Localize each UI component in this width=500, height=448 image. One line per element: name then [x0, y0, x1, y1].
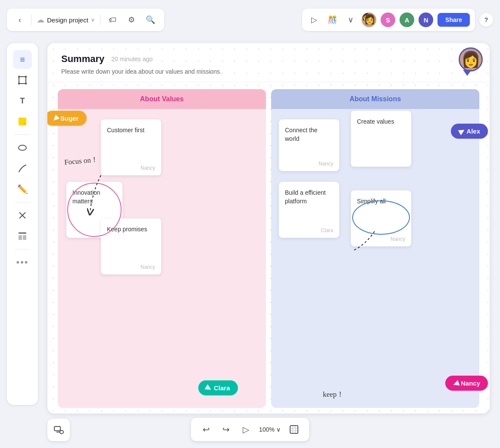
column-missions: About Missions Connect the world Nancy C… [271, 89, 479, 408]
board: About Values Customer first Nancy Innova… [58, 89, 479, 408]
dashed-arrow-svg [58, 89, 266, 408]
search-button[interactable]: 🔍 [144, 13, 157, 27]
text-tool[interactable]: T [13, 91, 32, 110]
cursor-clara: ▶ Clara [198, 380, 238, 395]
handwritten-focus-on: Focus on！ [64, 155, 99, 168]
template-tool[interactable] [13, 227, 32, 246]
svg-rect-1 [18, 76, 20, 78]
avatar-a[interactable]: A [400, 12, 414, 27]
redo-button[interactable]: ↪ [218, 421, 234, 438]
zoom-chevron: ∨ [276, 426, 281, 433]
note-create-values[interactable]: Create values [351, 111, 411, 167]
bottom-left-icon[interactable] [47, 419, 70, 441]
note-innovation-text: Innovation matters [72, 189, 116, 205]
zoom-label: 100% [259, 426, 275, 433]
cursor-alex: ▶ Alex [451, 124, 488, 139]
divider [31, 15, 31, 25]
top-toolbar: ‹ ☁ Design project ∨ 🏷 ⚙ 🔍 ▷ 🎊 ∨ 👩 S A N… [7, 7, 493, 33]
canvas-title: Summary [61, 53, 104, 65]
bubble-tail [463, 70, 472, 76]
column-values: About Values Customer first Nancy Innova… [58, 89, 266, 408]
help-button[interactable]: ? [479, 13, 493, 27]
canvas-header: Summary 20 minutes ago Please write down… [47, 43, 490, 82]
col-missions-header: About Missions [271, 89, 479, 109]
note-build-author: Clara [285, 227, 333, 233]
play-button[interactable]: ▷ [307, 13, 321, 27]
note-customer-first-text: Customer first [107, 126, 155, 135]
note-connect-author: Nancy [285, 161, 333, 167]
more-button[interactable]: ∨ [344, 13, 357, 27]
svg-rect-2 [25, 76, 27, 78]
sidebar-divider-2 [15, 202, 30, 202]
undo-button[interactable]: ↩ [198, 421, 214, 438]
svg-rect-15 [290, 426, 298, 433]
more-tools[interactable]: ••• [13, 253, 32, 272]
col-values-header: About Values [58, 89, 266, 109]
settings-button[interactable]: ⚙ [125, 13, 138, 27]
avatar-n[interactable]: N [419, 12, 433, 27]
user-bubble: 👩 [459, 47, 483, 72]
tag-button[interactable]: 🏷 [106, 13, 119, 27]
connector-tool[interactable] [13, 206, 32, 225]
sidebar-divider-1 [15, 134, 30, 135]
shape-tool[interactable] [13, 138, 32, 157]
cursor-clara-label: Clara [214, 384, 230, 392]
toolbar-right-group: ▷ 🎊 ∨ 👩 S A N Share ? [302, 9, 493, 31]
note-connect-world[interactable]: Connect the world Nancy [279, 119, 339, 171]
project-name-button[interactable]: ☁ Design project ∨ [37, 15, 95, 25]
pencil-tool[interactable]: ✏️ [13, 180, 32, 199]
note-keep-author: Nancy [107, 264, 155, 270]
main-canvas: 👩 Summary 20 minutes ago Please write do… [47, 43, 490, 414]
cloud-icon: ☁ [37, 15, 44, 25]
note-keep-promises[interactable]: Keep promises Nancy [101, 218, 161, 274]
cursor-alex-arrow: ▶ [457, 126, 466, 136]
svg-point-13 [60, 430, 63, 434]
note-customer-first[interactable]: Customer first Nancy [101, 119, 161, 175]
divider2 [100, 15, 100, 25]
svg-point-6 [19, 145, 26, 150]
canvas-title-row: Summary 20 minutes ago [61, 53, 476, 65]
note-build-text: Build a efficient platform [285, 189, 333, 205]
chevron-down-icon: ∨ [91, 17, 95, 23]
cursor-nancy-arrow: ▶ [452, 379, 459, 388]
cursor-mode-button[interactable]: ▷ [237, 421, 254, 438]
svg-rect-5 [19, 118, 26, 125]
user-avatar-bubble: 👩 [459, 47, 483, 72]
back-button[interactable]: ‹ [14, 14, 26, 26]
avatar-user[interactable]: 👩 [362, 12, 376, 27]
celebrate-button[interactable]: 🎊 [325, 13, 339, 27]
avatar-s[interactable]: S [381, 12, 395, 27]
project-name-label: Design project [47, 16, 88, 24]
cursor-suger-arrow: ▶ [50, 114, 60, 123]
sticky-tool[interactable] [13, 112, 32, 131]
toolbar-left-group: ‹ ☁ Design project ∨ 🏷 ⚙ 🔍 [7, 9, 164, 31]
canvas-content: 👩 Summary 20 minutes ago Please write do… [47, 43, 490, 414]
select-tool[interactable]: ≡ [13, 50, 32, 69]
note-simplify-author: Nancy [357, 236, 405, 242]
left-sidebar: ≡ T ✏️ ••• [7, 43, 38, 405]
sidebar-divider-3 [15, 249, 30, 249]
note-simplify-text: Simplify all [357, 197, 405, 206]
frame-tool[interactable] [13, 71, 32, 90]
svg-rect-0 [19, 77, 26, 84]
note-create-text: Create values [357, 118, 405, 126]
pen-tool[interactable] [13, 159, 32, 178]
svg-rect-3 [18, 83, 20, 84]
svg-rect-12 [54, 426, 60, 431]
collaboration-group: ▷ 🎊 ∨ 👩 S A N Share [302, 9, 475, 31]
note-build-platform[interactable]: Build a efficient platform Clara [279, 182, 339, 238]
cursor-nancy: ▶ Nancy [445, 376, 488, 391]
note-connect-text: Connect the world [285, 126, 333, 143]
cursor-suger-label: Suger [60, 115, 79, 122]
zoom-control[interactable]: 100% ∨ [257, 426, 282, 433]
map-button[interactable] [286, 421, 302, 438]
note-simplify-all[interactable]: Simplify all Nancy [351, 190, 411, 246]
svg-rect-9 [19, 232, 26, 234]
cursor-nancy-label: Nancy [461, 380, 480, 387]
bottom-toolbar: ↩ ↪ ▷ 100% ∨ [191, 418, 309, 441]
canvas-timestamp: 20 minutes ago [111, 56, 153, 62]
note-customer-first-author: Nancy [107, 165, 155, 171]
share-button[interactable]: Share [438, 13, 470, 27]
cursor-clara-arrow: ▶ [204, 383, 213, 392]
note-keep-text: Keep promises [107, 225, 155, 234]
